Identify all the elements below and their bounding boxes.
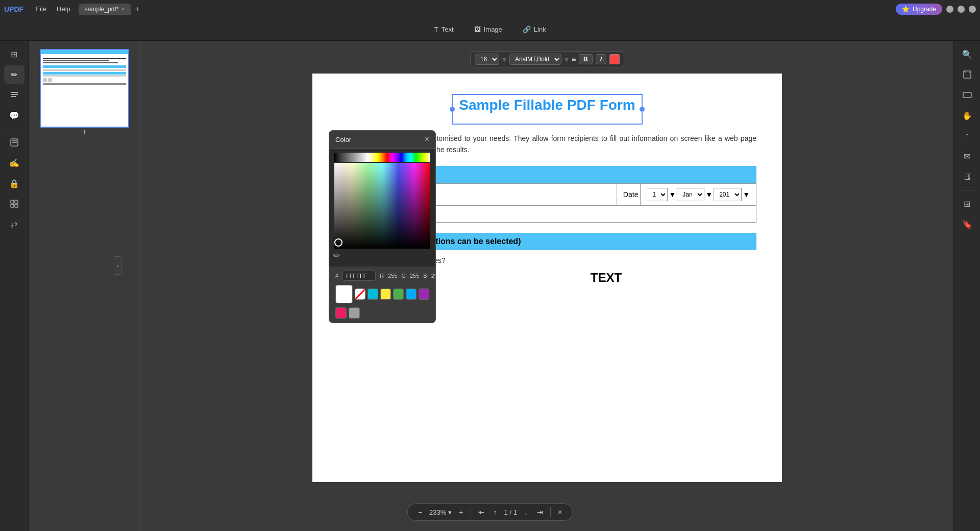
hex-hash: #: [335, 273, 338, 279]
zoom-out-btn[interactable]: −: [416, 507, 424, 517]
sidebar-annotate-icon[interactable]: [4, 86, 24, 104]
toolbar-text[interactable]: T Text: [430, 23, 457, 36]
date-label: Date: [617, 183, 641, 205]
sidebar-right: 🔍 ✋ ↑ ✉ 🖨 ⊞ 🔖: [953, 41, 980, 531]
font-name-select[interactable]: ArialMT,Bold: [509, 54, 561, 65]
swatch-green[interactable]: [393, 288, 404, 300]
toolbar-link[interactable]: 🔗 Link: [519, 23, 550, 35]
menu-file[interactable]: File: [32, 4, 51, 14]
hex-input[interactable]: [342, 271, 376, 281]
eyedropper-icon[interactable]: ✏: [333, 251, 340, 260]
current-color-swatch[interactable]: [335, 285, 353, 303]
date-day-select[interactable]: 1: [647, 188, 668, 201]
svg-rect-4: [12, 140, 17, 141]
sidebar-form-icon[interactable]: [4, 133, 24, 152]
right-bookmark-icon[interactable]: 🔖: [957, 215, 977, 233]
toolbar-close-btn[interactable]: ×: [556, 507, 564, 517]
svg-rect-13: [963, 92, 971, 98]
thumbnail-page-1[interactable]: 1: [40, 49, 129, 135]
menu-help[interactable]: Help: [53, 4, 75, 14]
page-info: 1 / 1: [504, 509, 517, 516]
sidebar-organize-icon[interactable]: [4, 195, 24, 213]
color-spectrum[interactable]: [334, 163, 430, 249]
sidebar-pages-icon[interactable]: ⊞: [4, 45, 24, 63]
text-color-box[interactable]: [609, 54, 620, 64]
zoom-level-text: 233%: [429, 509, 446, 516]
right-fit-width-icon[interactable]: [957, 86, 977, 104]
upgrade-icon: ⭐: [902, 6, 910, 13]
b-value: 255: [431, 273, 436, 279]
b-label: B: [423, 273, 427, 279]
zoom-level-display: 233% ▾: [429, 509, 452, 516]
right-layers-icon[interactable]: ⊞: [957, 195, 977, 213]
italic-button[interactable]: I: [596, 54, 606, 64]
selected-title-box[interactable]: Sample Fillable PDF Form: [452, 94, 642, 125]
page-separator: /: [509, 509, 513, 516]
date-year-arrow: ▼: [743, 190, 750, 199]
svg-rect-6: [11, 200, 14, 203]
svg-rect-7: [15, 200, 18, 203]
tab-sample-pdf[interactable]: sample_pdf* ×: [79, 4, 131, 15]
right-email-icon[interactable]: ✉: [957, 147, 977, 165]
svg-rect-1: [11, 94, 18, 95]
svg-rect-9: [15, 204, 18, 207]
swatch-light-blue[interactable]: [406, 288, 416, 300]
hue-bar[interactable]: [334, 153, 430, 162]
swatch-purple[interactable]: [419, 288, 429, 300]
address-input-cell[interactable]: [396, 205, 756, 222]
swatch-pink[interactable]: [335, 307, 347, 319]
svg-rect-8: [11, 204, 14, 207]
modal-close-btn[interactable]: ×: [425, 135, 429, 144]
image-toolbar-label: Image: [484, 26, 502, 33]
bold-button[interactable]: B: [579, 54, 593, 64]
panel-toggle[interactable]: ‹: [114, 256, 121, 275]
right-fit-page-icon[interactable]: [957, 65, 977, 84]
window-controls: ⭐ Upgrade: [896, 4, 976, 15]
maximize-btn[interactable]: [958, 6, 965, 13]
sidebar-left: ⊞ ✏ 💬 ✍ 🔒 ⇄: [0, 41, 29, 531]
toolbar-divider-1: [471, 507, 471, 517]
swatch-gray[interactable]: [349, 307, 360, 319]
sidebar-edit-icon[interactable]: ✏: [4, 65, 24, 84]
minimize-btn[interactable]: [946, 6, 953, 13]
tab-filename: sample_pdf*: [85, 6, 119, 13]
modal-title: Color: [335, 136, 351, 143]
swatch-yellow[interactable]: [380, 288, 391, 300]
list-icon[interactable]: ≡: [572, 55, 576, 63]
swatch-cyan[interactable]: [368, 288, 378, 300]
text-toolbar-icon: T: [434, 26, 438, 34]
sidebar-convert-icon[interactable]: ⇄: [4, 215, 24, 233]
nav-last-btn[interactable]: ⇥: [535, 507, 545, 517]
date-month-select[interactable]: Jan: [677, 188, 704, 201]
tab-close-btn[interactable]: ×: [122, 6, 125, 12]
upgrade-button[interactable]: ⭐ Upgrade: [896, 4, 942, 15]
tab-add-btn[interactable]: +: [132, 5, 142, 14]
sidebar-protect-icon[interactable]: 🔒: [4, 174, 24, 192]
nav-next-btn[interactable]: ↓: [522, 507, 530, 517]
app-logo: UPDF: [4, 5, 23, 13]
date-year-select[interactable]: 201: [714, 188, 742, 201]
swatch-transparent[interactable]: [355, 288, 365, 300]
nav-prev-btn[interactable]: ↑: [492, 507, 499, 517]
tab-area: sample_pdf* × +: [79, 4, 892, 15]
selection-handle-right[interactable]: [640, 107, 645, 112]
svg-rect-0: [11, 92, 18, 93]
font-size-select[interactable]: 16: [475, 54, 499, 65]
r-value: 255: [388, 273, 397, 279]
bottom-toolbar: − 233% ▾ + ⇤ ↑ 1 / 1 ↓ ⇥ ×: [407, 503, 573, 521]
right-hand-icon[interactable]: ✋: [957, 106, 977, 125]
right-print-icon[interactable]: 🖨: [957, 167, 977, 186]
sidebar-sign-icon[interactable]: ✍: [4, 154, 24, 172]
selection-handle-left[interactable]: [450, 107, 455, 112]
right-upload-icon[interactable]: ↑: [957, 127, 977, 145]
toolbar-image[interactable]: 🖼 Image: [470, 23, 506, 35]
swatch-row-2: [329, 307, 435, 323]
sidebar-comment-icon[interactable]: 💬: [4, 106, 24, 125]
close-btn[interactable]: [969, 6, 976, 13]
zoom-in-btn[interactable]: +: [457, 507, 465, 517]
titlebar: UPDF File Help sample_pdf* × + ⭐ Upgrade: [0, 0, 980, 18]
nav-first-btn[interactable]: ⇤: [476, 507, 486, 517]
right-search-icon[interactable]: 🔍: [957, 45, 977, 63]
svg-rect-5: [12, 142, 17, 143]
upgrade-label: Upgrade: [913, 6, 936, 13]
